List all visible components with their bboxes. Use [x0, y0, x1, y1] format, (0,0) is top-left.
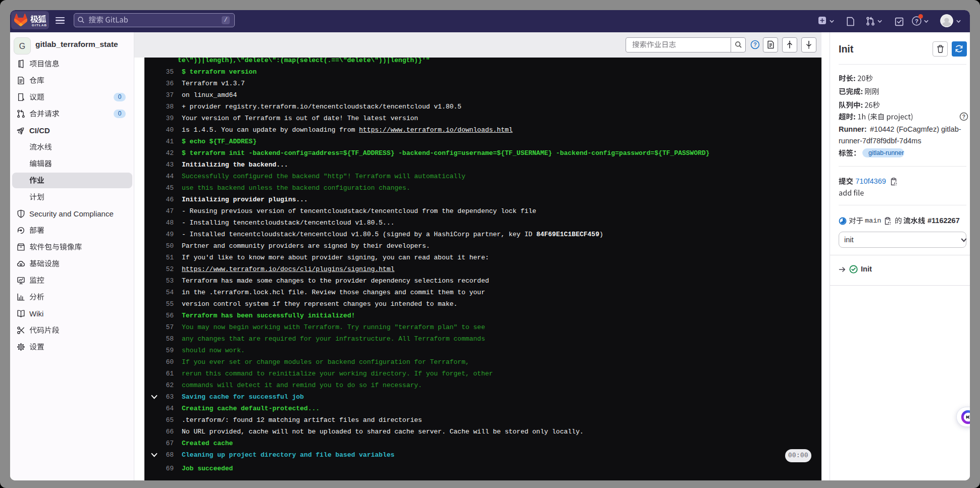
svg-text:?: ?	[915, 18, 918, 24]
svg-text:?: ?	[753, 41, 757, 47]
svg-text:?: ?	[962, 114, 965, 120]
